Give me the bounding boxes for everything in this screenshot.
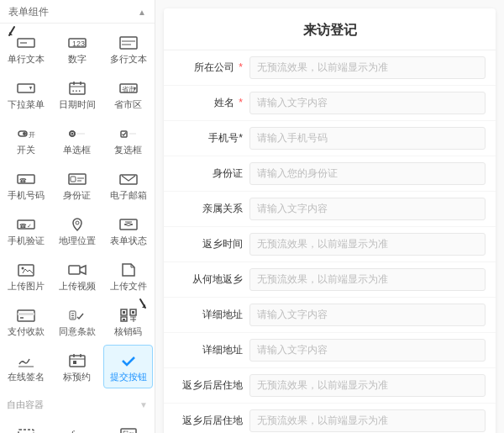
field-input[interactable]: 请输入文字内容	[249, 92, 486, 114]
component-pre-order[interactable]: 标预约	[53, 345, 102, 388]
field-label: 返乡后居住地	[174, 378, 249, 393]
pre-order-label: 标预约	[63, 372, 91, 383]
component-phone[interactable]: ☎ 手机号码	[2, 163, 51, 207]
form-row: 返乡时间无预流效果，以前端显示为准	[164, 227, 496, 262]
section-title-label: 表单组件	[8, 5, 49, 19]
custom-section-arrow[interactable]: ▼	[139, 400, 148, 409]
component-switch[interactable]: 开 开关	[2, 118, 51, 161]
field-input[interactable]: 请输入文字内容	[249, 304, 486, 326]
agree-icon	[66, 306, 89, 325]
svg-rect-34	[120, 219, 137, 230]
component-formula[interactable]: fx 变量	[53, 418, 102, 433]
svg-rect-38	[18, 310, 34, 321]
formula-icon: fx	[66, 425, 89, 433]
field-input[interactable]: 无预流效果，以前端显示为准	[249, 374, 486, 397]
field-input[interactable]: 请输入文字内容	[249, 339, 486, 362]
left-panel: 表单组件 ▲ 单行文本 123 数字	[0, 0, 155, 433]
form-title: 来访登记	[164, 8, 496, 50]
component-empty[interactable]: 空白容器	[2, 418, 51, 433]
field-label: 详细地址	[174, 343, 249, 357]
upload-file-icon	[117, 261, 140, 279]
svg-text:☎✓: ☎✓	[19, 223, 32, 229]
component-payment[interactable]: 支付收款	[2, 299, 51, 343]
form-row: 身份证请输入您的身份证	[164, 156, 496, 192]
phone-icon: ☎	[14, 170, 38, 188]
order-status-label: 表单状态	[110, 235, 147, 246]
svg-text:省市: 省市	[122, 86, 135, 93]
component-number[interactable]: 123 数字	[53, 27, 102, 71]
form-row: 详细地址请输入文字内容	[164, 298, 496, 333]
field-input[interactable]: 无预流效果，以前端显示为准	[249, 56, 486, 79]
field-label: 详细地址	[174, 308, 249, 322]
multi-line-icon	[117, 34, 140, 52]
field-label: 返乡后居住地	[174, 414, 249, 428]
component-dropdown[interactable]: 下拉菜单	[2, 72, 51, 116]
field-input[interactable]: 无预流效果，以前端显示为准	[249, 233, 486, 256]
component-datetime[interactable]: ▪ ▪ ▪ 日期时间	[53, 72, 102, 116]
svg-rect-50	[123, 319, 125, 320]
svg-rect-59	[73, 361, 76, 364]
checkbox-icon	[117, 124, 140, 143]
verify-code-icon	[117, 306, 140, 325]
field-label: 亲属关系	[174, 202, 249, 216]
component-submit[interactable]: 提交按钮	[103, 345, 153, 388]
multi-line-label: 多行文本	[110, 54, 147, 65]
order-status-icon	[117, 215, 140, 234]
email-label: 电子邮箱	[110, 190, 147, 201]
components-grid: 单行文本 123 数字 多行文本	[0, 24, 155, 392]
form-row: 亲属关系请输入文字内容	[164, 192, 496, 227]
component-upload-video[interactable]: 上传视频	[53, 254, 102, 298]
component-location[interactable]: 地理位置	[53, 209, 102, 252]
location-label: 地理位置	[59, 235, 96, 246]
svg-rect-26	[69, 174, 86, 184]
field-input[interactable]: 请输入文字内容	[249, 198, 486, 220]
field-input[interactable]: 请输入您的身份证	[249, 162, 486, 185]
form-row: 返乡后居住地无预流效果，以前端显示为准	[164, 404, 496, 433]
component-upload-file[interactable]: 上传文件	[103, 254, 153, 298]
field-label: 姓名 *	[174, 96, 249, 110]
svg-rect-37	[69, 266, 80, 274]
component-email[interactable]: 电子邮箱	[103, 163, 153, 207]
email-icon	[117, 170, 140, 188]
field-input[interactable]: 请输入手机号码	[249, 127, 486, 150]
component-radio[interactable]: 单选框	[53, 118, 102, 161]
dropdown-label: 下拉菜单	[8, 99, 45, 110]
component-verify-code[interactable]: 核销码	[103, 299, 153, 343]
svg-point-19	[71, 133, 73, 135]
component-single-line[interactable]: 单行文本	[2, 27, 51, 71]
svg-rect-4	[120, 37, 137, 49]
upload-video-label: 上传视频	[59, 281, 96, 292]
svg-point-33	[76, 221, 79, 224]
phone-label: 手机号码	[8, 190, 45, 201]
component-phone-verify[interactable]: ☎✓ 手机验证	[2, 209, 51, 252]
verify-code-label: 核销码	[114, 326, 142, 337]
dropdown-icon	[14, 79, 38, 98]
svg-rect-55	[70, 356, 85, 367]
section-collapse-arrow[interactable]: ▲	[138, 8, 146, 17]
field-label: 从何地返乡	[174, 272, 249, 287]
phone-verify-icon: ☎✓	[14, 215, 38, 234]
component-order-status[interactable]: 表单状态	[103, 209, 153, 252]
city-label: 省市区	[114, 99, 142, 110]
component-hotzone[interactable]: 热区	[103, 418, 153, 433]
component-multi-line[interactable]: 多行文本	[103, 27, 153, 71]
upload-img-label: 上传图片	[8, 281, 45, 292]
phone-verify-label: 手机验证	[8, 235, 45, 246]
component-esign[interactable]: 在线签名	[2, 345, 51, 388]
component-city[interactable]: 省市 省市区	[103, 72, 153, 116]
svg-text:开: 开	[29, 131, 35, 139]
id-card-icon	[66, 170, 89, 188]
component-id-card[interactable]: 身份证	[53, 163, 102, 207]
component-checkbox[interactable]: 复选框	[103, 118, 153, 161]
field-input[interactable]: 无预流效果，以前端显示为准	[249, 268, 486, 291]
svg-point-36	[22, 267, 24, 270]
pre-order-icon	[66, 351, 89, 370]
svg-rect-46	[123, 311, 125, 314]
component-agree[interactable]: 同意条款	[53, 299, 102, 343]
right-panel: 来访登记 所在公司 *无预流效果，以前端显示为准姓名 *请输入文字内容手机号*请…	[155, 0, 504, 433]
city-icon: 省市	[117, 79, 140, 98]
payment-icon	[14, 306, 38, 325]
field-input[interactable]: 无预流效果，以前端显示为准	[249, 409, 486, 432]
component-upload-img[interactable]: 上传图片	[2, 254, 51, 298]
form-row: 详细地址请输入文字内容	[164, 333, 496, 368]
